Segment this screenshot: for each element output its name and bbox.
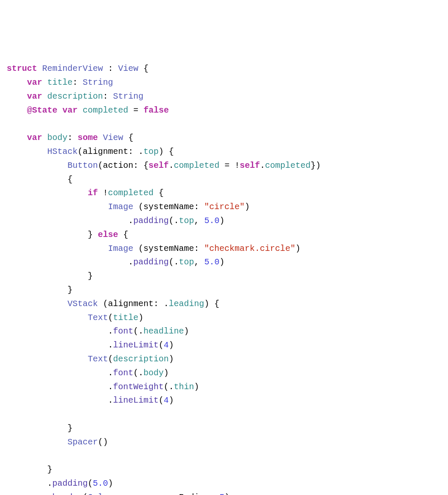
code-line: } else {: [7, 228, 441, 242]
code-token: HStack: [47, 147, 78, 156]
code-token: .: [7, 492, 52, 495]
code-token: [7, 313, 88, 323]
code-token: (alignment: .: [78, 147, 143, 156]
code-token: .: [7, 326, 113, 336]
code-token: top: [143, 147, 159, 156]
code-line: .lineLimit(4): [7, 339, 441, 352]
code-token: self: [240, 161, 260, 170]
code-token: completed: [108, 188, 154, 198]
code-line: .lineLimit(4): [7, 394, 441, 408]
code-token: (: [83, 492, 88, 495]
code-token: ): [108, 479, 113, 488]
code-line: .font(.headline): [7, 325, 441, 339]
code-line: if !completed {: [7, 186, 441, 200]
code-token: (.: [164, 382, 174, 392]
code-token: Image: [108, 202, 133, 212]
code-token: self: [148, 161, 169, 170]
code-token: , cornerRadius:: [138, 492, 219, 495]
code-token: View: [118, 64, 138, 73]
code-token: ): [245, 202, 250, 212]
code-token: body: [143, 368, 164, 378]
code-token: lineLimit: [113, 340, 159, 350]
code-token: .: [169, 161, 174, 170]
code-token: [7, 437, 67, 447]
code-token: [42, 91, 47, 101]
code-token: [7, 147, 47, 156]
code-token: (.: [169, 216, 179, 226]
code-token: (: [88, 479, 93, 488]
code-token: (: [108, 313, 113, 323]
code-token: (.: [133, 326, 143, 336]
code-token: 4: [164, 395, 169, 405]
code-token: [7, 188, 88, 198]
code-token: [7, 202, 108, 212]
code-token: ): [224, 492, 229, 495]
code-line: [7, 408, 441, 422]
code-token: [7, 161, 67, 170]
code-token: }: [7, 230, 98, 239]
code-token: {: [154, 188, 164, 198]
code-line: .fontWeight(.thin): [7, 380, 441, 394]
code-token: padding: [133, 257, 169, 267]
code-token: .: [7, 395, 113, 405]
code-token: (: [108, 354, 113, 364]
code-token: ) {: [159, 147, 174, 156]
code-line: }: [7, 283, 441, 297]
code-token: description: [113, 354, 169, 364]
code-token: struct: [7, 64, 37, 73]
code-token: headline: [143, 326, 184, 336]
code-token: .: [260, 161, 265, 170]
code-token: if: [88, 188, 98, 198]
code-token: thin: [174, 382, 194, 392]
code-token: !: [98, 188, 108, 198]
code-token: Image: [108, 244, 133, 253]
code-token: completed: [174, 161, 219, 170]
code-token: [57, 105, 62, 115]
code-token: (alignment: .: [98, 299, 169, 309]
code-token: VStack: [67, 299, 98, 309]
code-token: :: [73, 78, 83, 87]
code-token: ): [194, 382, 199, 392]
code-token: Text: [88, 354, 108, 364]
code-token: ) {: [204, 299, 219, 309]
code-token: body: [47, 133, 67, 143]
code-token: leading: [169, 299, 204, 309]
code-line: .padding(.top, 5.0): [7, 256, 441, 269]
code-token: [7, 105, 27, 115]
code-token: gray: [118, 492, 138, 495]
code-token: (: [159, 395, 164, 405]
code-token: (.: [133, 368, 143, 378]
code-line: var body: some View {: [7, 131, 441, 145]
code-token: }): [310, 161, 321, 170]
code-token: completed: [265, 161, 310, 170]
code-token: Spacer: [67, 437, 98, 447]
code-token: = !: [219, 161, 240, 170]
code-token: title: [113, 313, 138, 323]
code-token: {: [123, 133, 133, 143]
code-token: title: [47, 78, 73, 87]
code-token: completed: [83, 105, 128, 115]
code-token: fontWeight: [113, 382, 164, 392]
code-token: ,: [194, 216, 204, 226]
code-token: {: [118, 230, 128, 239]
code-token: lineLimit: [113, 395, 159, 405]
code-token: [7, 133, 27, 143]
code-token: [37, 64, 42, 73]
code-token: 5.0: [204, 216, 219, 226]
code-token: {: [7, 175, 73, 184]
code-token: false: [143, 105, 169, 115]
code-line: .border(Color.gray, cornerRadius: 5): [7, 491, 441, 495]
code-token: font: [113, 326, 133, 336]
code-token: ): [138, 313, 143, 323]
code-token: ,: [194, 257, 204, 267]
code-token: top: [179, 216, 194, 226]
code-token: some: [78, 133, 98, 143]
code-token: 5.0: [93, 479, 108, 488]
code-token: :: [103, 64, 118, 73]
code-token: .: [7, 479, 52, 488]
code-line: var title: String: [7, 76, 441, 90]
code-token: :: [103, 91, 113, 101]
code-line: VStack (alignment: .leading) {: [7, 297, 441, 311]
code-line: .padding(5.0): [7, 477, 441, 491]
code-token: View: [103, 133, 123, 143]
